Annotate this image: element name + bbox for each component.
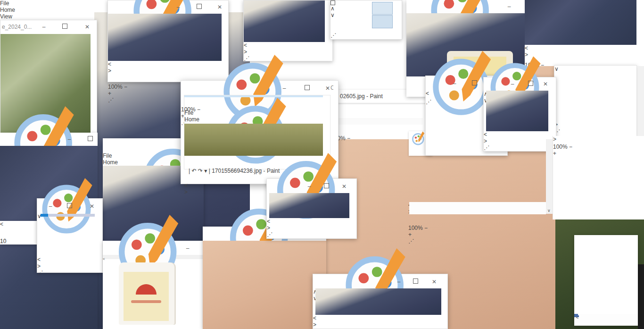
- redo-icon[interactable]: ↷: [198, 168, 203, 174]
- image-placeholder: [337, 102, 429, 117]
- image-placeholder: [41, 217, 64, 220]
- minimize-button[interactable]: –: [47, 203, 54, 210]
- horizontal-scrollbar[interactable]: <: [0, 221, 37, 228]
- customize-toolbar-icon[interactable]: ▾: [204, 168, 207, 174]
- horizontal-scrollbar[interactable]: <: [574, 314, 638, 323]
- maximize-button[interactable]: [322, 183, 330, 190]
- titlebar[interactable]: Capture_2023_12_03_01_13_... – ✕: [181, 81, 338, 95]
- zoom-in-button[interactable]: +: [408, 231, 412, 238]
- resize-grip[interactable]: ⋰: [330, 32, 336, 39]
- titlebar[interactable]: – ✕: [37, 199, 102, 213]
- scroll-right-icon[interactable]: >: [184, 189, 188, 195]
- maximize-button[interactable]: [303, 85, 311, 92]
- scroll-left-icon[interactable]: <: [244, 42, 247, 49]
- scroll-right-icon[interactable]: >: [484, 138, 487, 144]
- scroll-right-icon[interactable]: >: [37, 263, 41, 270]
- scroll-left-icon[interactable]: <: [484, 131, 487, 138]
- resize-grip[interactable]: ⋰: [267, 231, 272, 238]
- close-button[interactable]: ✕: [340, 183, 348, 190]
- scroll-left-icon[interactable]: <: [313, 315, 316, 321]
- scroll-right-icon[interactable]: >: [313, 321, 316, 328]
- scroll-left-icon[interactable]: <: [108, 61, 111, 67]
- minimize-button[interactable]: –: [184, 245, 191, 252]
- minimize-button[interactable]: –: [66, 136, 73, 143]
- maximize-button[interactable]: [527, 81, 534, 87]
- scroll-left-icon[interactable]: <: [576, 315, 578, 320]
- horizontal-scrollbar[interactable]: < >: [484, 131, 546, 144]
- close-button[interactable]: ✕: [83, 24, 91, 30]
- close-button[interactable]: ✕: [542, 81, 549, 87]
- scroll-left-icon[interactable]: <: [267, 218, 270, 225]
- paint-icon: [412, 131, 426, 156]
- paint-window-face-bottom: <: [574, 235, 638, 326]
- maximize-button[interactable]: [86, 136, 94, 143]
- close-button[interactable]: ✕: [324, 85, 331, 92]
- titlebar[interactable]: – ✕: [484, 77, 556, 91]
- scroll-left-icon[interactable]: <: [184, 182, 188, 189]
- minimize-button[interactable]: –: [174, 4, 182, 10]
- paint-window-right-mid: < > 100% − + ⋰: [408, 202, 553, 236]
- zoom-level: 100%: [408, 225, 423, 231]
- minimize-button[interactable]: –: [451, 80, 458, 87]
- minimize-button[interactable]: –: [281, 85, 288, 92]
- maximize-button[interactable]: [195, 4, 203, 10]
- maximize-button[interactable]: [471, 80, 478, 87]
- status-bar: ⋰: [330, 32, 402, 43]
- image-placeholder: [554, 137, 644, 199]
- zoom-in-button[interactable]: +: [108, 90, 111, 97]
- paint-window-c-small: C... – ✕ < > ⋰: [266, 178, 357, 239]
- scroll-down-icon[interactable]: ∨: [547, 208, 551, 213]
- zoom-out-button[interactable]: −: [124, 84, 127, 90]
- horizontal-scrollbar[interactable]: < >: [313, 315, 439, 328]
- quick-access-toolbar: | ↶ ↷ ▾ | 1701556694236.jpg - Paint: [184, 95, 331, 110]
- close-button[interactable]: ✕: [430, 278, 438, 285]
- scroll-right-icon[interactable]: >: [108, 67, 111, 74]
- scrollbar-thumb[interactable]: [547, 182, 552, 200]
- titlebar[interactable]: C... – ✕: [267, 179, 356, 193]
- maximize-button[interactable]: [61, 24, 68, 30]
- resize-grip[interactable]: ⋰: [37, 270, 43, 276]
- scroll-left-icon[interactable]: <: [37, 256, 41, 263]
- minimize-button[interactable]: –: [505, 3, 513, 10]
- divider: |: [189, 168, 190, 174]
- resize-grip[interactable]: ⋰: [108, 97, 114, 103]
- scrollbar-thumb[interactable]: [638, 105, 643, 121]
- minimize-button[interactable]: –: [305, 183, 313, 190]
- zoom-out-button[interactable]: −: [347, 135, 350, 142]
- scroll-left-icon[interactable]: <: [0, 221, 3, 228]
- status-bar: ⋰: [267, 231, 356, 244]
- image-placeholder: [332, 1, 365, 5]
- horizontal-scrollbar[interactable]: < >: [37, 256, 91, 270]
- zoom-control: 100% − +: [408, 225, 553, 238]
- vertical-scrollbar[interactable]: [637, 66, 644, 142]
- resize-grip[interactable]: ⋰: [408, 238, 414, 245]
- vertical-scrollbar[interactable]: ∨: [546, 139, 553, 214]
- titlebar[interactable]: Capture_2024_05_06_10_24_... –: [406, 0, 525, 13]
- minimize-button[interactable]: –: [509, 81, 516, 87]
- titlebar[interactable]: Capture_2024... – ✕: [108, 0, 228, 14]
- image-placeholder: [269, 193, 349, 218]
- scroll-right-icon[interactable]: >: [267, 225, 270, 231]
- titlebar[interactable]: Capture_2024_05_06_10... –: [103, 241, 204, 255]
- horizontal-scrollbar[interactable]: [331, 118, 423, 125]
- undo-icon[interactable]: ↶: [191, 168, 196, 174]
- minimize-button[interactable]: –: [40, 24, 48, 30]
- close-button[interactable]: ✕: [216, 4, 223, 10]
- minimize-button[interactable]: –: [395, 278, 403, 285]
- paint-window-bottom-mid: Capture_2024_05_0... – ✕ ∧ ∨ < > 100% − …: [313, 274, 448, 329]
- image-placeholder: [486, 91, 548, 131]
- maximize-button[interactable]: [66, 203, 73, 210]
- titlebar[interactable]: Capture_2024_05_0... – ✕: [313, 274, 447, 288]
- tab-file[interactable]: File: [0, 0, 107, 7]
- titlebar[interactable]: Capture_2024... –: [0, 133, 98, 146]
- resize-grip[interactable]: ⋰: [484, 144, 489, 151]
- zoom-level: 100%: [108, 84, 123, 90]
- image-placeholder: [124, 272, 169, 321]
- image-placeholder: [184, 95, 323, 97]
- desktop: File Home View e_2024_0... – ✕ ∧ Capture…: [0, 0, 644, 329]
- titlebar[interactable]: e_2024_0... – ✕: [0, 20, 97, 34]
- zoom-out-button[interactable]: −: [424, 225, 428, 231]
- image-placeholder: [131, 300, 161, 303]
- close-button[interactable]: ✕: [88, 203, 96, 210]
- maximize-button[interactable]: [412, 278, 419, 285]
